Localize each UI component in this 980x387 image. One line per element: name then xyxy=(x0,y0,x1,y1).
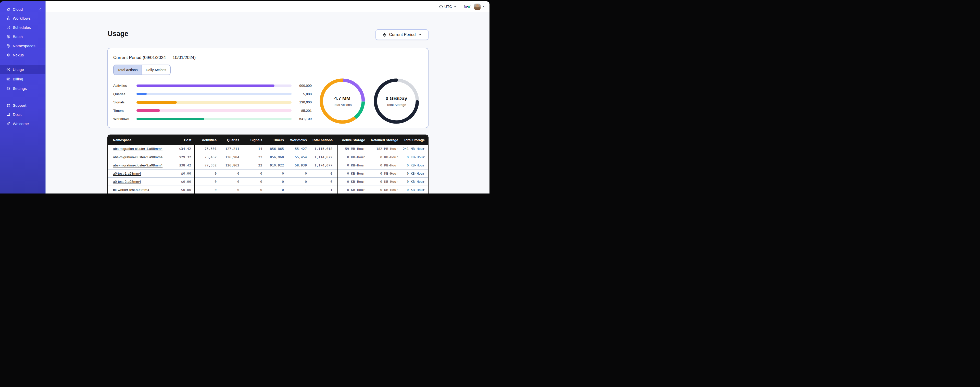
timezone-label: UTC xyxy=(444,5,452,9)
table-cell: 0 xyxy=(265,178,287,186)
namespace-link[interactable]: a0-test-2.a98mm4 xyxy=(113,180,141,184)
bar-label: Timers xyxy=(113,109,137,113)
column-header-total-storage: Total Storage xyxy=(401,135,428,145)
billing-card-icon xyxy=(6,77,10,81)
sidebar-item-nexus[interactable]: Nexus xyxy=(0,50,46,59)
table-row: abs-migration-cluster-2.a98mm4$29.3275,4… xyxy=(108,153,428,161)
table-cell: 75,501 xyxy=(194,145,220,153)
sidebar-item-label: Namespaces xyxy=(13,44,35,48)
sidebar-item-batch[interactable]: Batch xyxy=(0,32,46,41)
chevron-down-icon xyxy=(453,5,457,8)
total-storage-label: Total Storage xyxy=(387,103,406,107)
tab-daily-actions[interactable]: Daily Actions xyxy=(142,65,170,75)
table-header-row: NamespaceCostActivitiesQueriesSignalsTim… xyxy=(108,135,428,145)
namespace-link[interactable]: abs-migration-cluster-2.a98mm4 xyxy=(113,155,162,159)
namespace-link[interactable]: abs-migration-cluster-1.a98mm4 xyxy=(113,147,162,150)
bar-track xyxy=(137,85,291,87)
sidebar: Cloud Workflows xyxy=(0,1,46,194)
actions-tab-group: Total Actions Daily Actions xyxy=(113,65,171,75)
batch-layers-icon xyxy=(6,34,10,39)
table-cell: 0 KB-Hour xyxy=(401,161,428,169)
period-selector-button[interactable]: Current Period xyxy=(375,29,428,40)
user-menu[interactable] xyxy=(474,3,486,10)
table-row: a0-test-2.a98mm4$0.000000000 KB-Hour0 KB… xyxy=(108,178,428,186)
column-header-cost: Cost xyxy=(168,135,194,145)
sidebar-collapse-button[interactable] xyxy=(38,7,42,11)
table-cell: 0 xyxy=(287,178,310,186)
table-cell: $0.00 xyxy=(168,178,194,186)
column-header-namespace: Namespace xyxy=(108,135,168,145)
table-cell: 55,427 xyxy=(287,145,310,153)
docs-book-icon xyxy=(6,112,10,117)
sidebar-item-billing[interactable]: Billing xyxy=(0,74,46,84)
table-cell: 127,211 xyxy=(220,145,242,153)
usage-gauge-icon xyxy=(6,67,10,72)
namespace-link[interactable]: bk-worker-test.a98mm4 xyxy=(113,188,149,192)
table-cell: 0 xyxy=(242,178,265,186)
sidebar-item-namespaces[interactable]: Namespaces xyxy=(0,41,46,50)
sidebar-item-label: Billing xyxy=(13,77,23,81)
welcome-rocket-icon xyxy=(6,122,10,126)
avatar[interactable] xyxy=(474,3,480,10)
sidebar-item-welcome[interactable]: Welcome xyxy=(0,119,46,128)
bar-fill xyxy=(137,85,274,87)
sidebar-item-docs[interactable]: Docs xyxy=(0,110,46,119)
column-header-total-actions: Total Actions xyxy=(310,135,338,145)
table-cell: 75,452 xyxy=(194,153,220,161)
table-cell: 0 xyxy=(220,169,242,178)
usage-panel-title: Current Period (09/01/2024 — 10/01/2024) xyxy=(113,55,196,60)
table-cell: $38.42 xyxy=(168,161,194,169)
column-header-workflows: Workflows xyxy=(287,135,310,145)
sidebar-item-label: Schedules xyxy=(13,25,31,30)
sidebar-brand-row: Cloud xyxy=(0,5,46,14)
table-cell: 14 xyxy=(242,145,265,153)
sidebar-item-usage[interactable]: Usage xyxy=(0,65,46,74)
table-cell: 0 xyxy=(220,178,242,186)
table-cell: 856,960 xyxy=(265,153,287,161)
total-storage-value: 0 GB/Day xyxy=(386,96,407,101)
bar-value: 900,000 xyxy=(291,84,312,88)
table-cell: 0 KB-Hour xyxy=(368,186,401,194)
bar-value: 541,109 xyxy=(291,117,312,121)
sidebar-item-label: Batch xyxy=(13,34,23,39)
sidebar-nav-account: Usage Billing Settings xyxy=(0,65,46,93)
total-storage-donut: 0 GB/Day Total Storage xyxy=(372,77,421,125)
table-cell: 0 KB-Hour xyxy=(401,178,428,186)
namespace-link[interactable]: a0-test-1.a98mm4 xyxy=(113,171,141,175)
column-header-active-storage: Active Storage xyxy=(338,135,368,145)
sidebar-item-schedules[interactable]: Schedules xyxy=(0,23,46,32)
sidebar-item-workflows[interactable]: Workflows xyxy=(0,14,46,23)
column-header-timers: Timers xyxy=(265,135,287,145)
table-cell: 22 xyxy=(242,153,265,161)
table-cell: 22 xyxy=(242,161,265,169)
table-cell: 0 KB-Hour xyxy=(338,169,368,178)
settings-gear-icon xyxy=(6,86,10,91)
table-cell: 0 KB-Hour xyxy=(338,161,368,169)
table-cell: 0 xyxy=(242,169,265,178)
table-cell: 59 MB-Hour xyxy=(338,145,368,153)
sidebar-item-settings[interactable]: Settings xyxy=(0,84,46,93)
clock-icon xyxy=(439,5,443,9)
table-cell: 0 KB-Hour xyxy=(368,153,401,161)
table-cell: 0 xyxy=(220,186,242,194)
bar-fill xyxy=(137,93,147,95)
namespace-link[interactable]: abs-migration-cluster-3.a98mm4 xyxy=(113,163,162,167)
sidebar-item-label: Settings xyxy=(13,86,27,91)
total-actions-value: 4.7 MM xyxy=(334,96,350,101)
sidebar-nav-main: Workflows Schedules xyxy=(0,14,46,59)
timezone-selector[interactable]: UTC xyxy=(439,5,457,9)
table-row: a0-test-1.a98mm4$0.000000000 KB-Hour0 KB… xyxy=(108,169,428,178)
table-cell: 0 KB-Hour xyxy=(401,153,428,161)
sidebar-item-support[interactable]: Support xyxy=(0,101,46,110)
table-cell: 58,939 xyxy=(287,161,310,169)
table-cell: 241 MB-Hour xyxy=(401,145,428,153)
period-selector-label: Current Period xyxy=(389,32,415,37)
sidebar-item-label: Usage xyxy=(13,67,24,72)
tab-total-actions[interactable]: Total Actions xyxy=(114,65,142,75)
table-row: abs-migration-cluster-3.a98mm4$38.4277,3… xyxy=(108,161,428,169)
sidebar-divider xyxy=(0,96,46,96)
feedback-glasses-icon[interactable] xyxy=(464,5,471,9)
table-cell: $34.42 xyxy=(168,145,194,153)
table-cell: 0 xyxy=(194,169,220,178)
table-cell: $0.00 xyxy=(168,169,194,178)
